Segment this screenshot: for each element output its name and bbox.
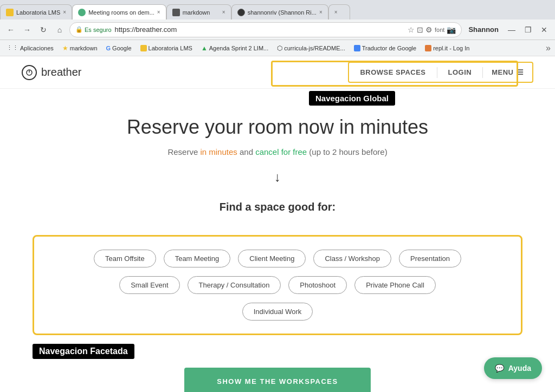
- bookmark-curricula[interactable]: ⬡ curricula-js/README...: [275, 43, 347, 53]
- bookmark-traductor[interactable]: Traductor de Google: [352, 44, 418, 53]
- browser-tab-2[interactable]: Meeting rooms on dem... ×: [72, 4, 166, 19]
- tag-photoshoot[interactable]: Photoshoot: [288, 276, 347, 294]
- login-button[interactable]: LOGIN: [437, 65, 483, 80]
- browse-spaces-button[interactable]: BROWSE SPACES: [349, 65, 436, 80]
- tag-private-phone-call[interactable]: Private Phone Call: [354, 276, 436, 294]
- extensions-icon[interactable]: ⚙: [425, 25, 433, 34]
- address-icons: ☆ ⊡ ⚙ font 📷: [408, 25, 456, 34]
- tab-close-2[interactable]: ×: [157, 9, 160, 15]
- tab-label-1: Laboratoria LMS: [16, 9, 60, 16]
- hamburger-icon: ☰: [517, 68, 524, 76]
- browser-window: Laboratoria LMS × Meeting rooms on dem..…: [0, 0, 555, 392]
- nav-right-group: BROWSE SPACES LOGIN MENU ☰: [348, 62, 533, 83]
- browser-tab-5[interactable]: ×: [328, 4, 350, 19]
- menu-button[interactable]: MENU ☰: [483, 65, 532, 80]
- bookmark-google[interactable]: G Google: [104, 44, 134, 53]
- tab-favicon-1: [6, 9, 14, 16]
- apps-grid-icon: ⋮⋮: [7, 44, 18, 51]
- tag-row-3: Individual Work: [242, 303, 313, 321]
- logo-text: breather: [41, 66, 82, 79]
- tag-presentation[interactable]: Presentation: [399, 250, 461, 267]
- down-arrow-icon: ↓: [22, 169, 533, 185]
- address-bar[interactable]: 🔒 Es seguro https://breather.com ☆ ⊡ ⚙ f…: [69, 22, 462, 37]
- github-icon: ⬡: [277, 44, 282, 52]
- faceted-nav-box: Team Offsite Team Meeting Client Meeting…: [33, 235, 522, 335]
- section-title: Find a space good for:: [22, 201, 533, 213]
- browser-tab-3[interactable]: markdown ×: [166, 4, 231, 19]
- annotation-faceted-label: Navegacion Facetada: [33, 344, 134, 359]
- url-display: https://breather.com: [115, 25, 405, 34]
- bookmark-agenda[interactable]: ▲ Agenda Sprint 2 LIM...: [199, 43, 270, 53]
- tab-close-4[interactable]: ×: [319, 9, 322, 15]
- tab-close-3[interactable]: ×: [222, 9, 225, 15]
- show-workspaces-button[interactable]: SHOW ME THE WORKSPACES: [184, 368, 370, 392]
- site-navigation: breather BROWSE SPACES LOGIN MENU ☰: [0, 56, 555, 89]
- bookmarks-bar: ⋮⋮ Aplicaciones ★ markdown G Google Labo…: [0, 40, 555, 56]
- tag-client-meeting[interactable]: Client Meeting: [238, 250, 306, 267]
- bookmark-apps[interactable]: ⋮⋮ Aplicaciones: [4, 43, 56, 53]
- bookmark-laboratoria[interactable]: Laboratoria LMS: [138, 44, 195, 53]
- browser-toolbar: ← → ↻ ⌂ 🔒 Es seguro https://breather.com…: [0, 19, 555, 40]
- tag-team-meeting[interactable]: Team Meeting: [164, 250, 231, 267]
- website-content: breather BROWSE SPACES LOGIN MENU ☰ Nave…: [0, 56, 555, 392]
- cast-icon[interactable]: ⊡: [417, 25, 423, 34]
- tab-close-5[interactable]: ×: [334, 9, 338, 15]
- tab-close-1[interactable]: ×: [63, 9, 66, 15]
- tab-label-4: shannonriv (Shannon Ri...: [248, 9, 317, 16]
- profile-button[interactable]: Shannon: [465, 25, 502, 34]
- tag-individual-work[interactable]: Individual Work: [242, 303, 313, 321]
- tab-favicon-4: [237, 9, 245, 16]
- bookmark-icon[interactable]: ☆: [408, 25, 415, 34]
- back-button[interactable]: ←: [4, 23, 17, 36]
- close-browser-button[interactable]: ✕: [538, 23, 551, 36]
- hero-title: Reserve your room now in minutes: [22, 116, 533, 139]
- refresh-button[interactable]: ↻: [37, 23, 50, 36]
- tag-row-2: Small Event Therapy / Consultation Photo…: [119, 276, 436, 294]
- maximize-button[interactable]: ❐: [521, 23, 534, 36]
- tag-therapy-consultation[interactable]: Therapy / Consultation: [188, 276, 281, 294]
- browser-tabs-bar: Laboratoria LMS × Meeting rooms on dem..…: [0, 0, 555, 19]
- hero-section: Reserve your room now in minutes Reserve…: [0, 89, 555, 235]
- tag-row-1: Team Offsite Team Meeting Client Meeting…: [94, 250, 461, 267]
- tab-favicon-2: [78, 9, 86, 16]
- ayuda-button[interactable]: 💬 Ayuda: [484, 357, 542, 379]
- bookmarks-more-icon[interactable]: »: [546, 43, 551, 53]
- forward-button[interactable]: →: [21, 23, 34, 36]
- browser-tab-4[interactable]: shannonriv (Shannon Ri... ×: [231, 4, 328, 19]
- site-logo[interactable]: breather: [22, 65, 82, 80]
- secure-indicator: 🔒 Es seguro: [75, 26, 112, 33]
- drive-icon: ▲: [201, 44, 208, 52]
- browser-tab-1[interactable]: Laboratoria LMS ×: [0, 4, 72, 19]
- page-wrapper: Laboratoria LMS × Meeting rooms on dem..…: [0, 0, 555, 392]
- logo-icon: [22, 65, 37, 80]
- faceted-nav-section: Team Offsite Team Meeting Client Meeting…: [33, 235, 522, 335]
- replit-icon: [425, 45, 431, 51]
- tab-favicon-3: [172, 9, 180, 16]
- minimize-button[interactable]: —: [505, 23, 518, 36]
- font-icon[interactable]: font: [435, 27, 444, 33]
- tag-team-offsite[interactable]: Team Offsite: [94, 250, 156, 267]
- translate-icon: [354, 45, 360, 51]
- tag-class-workshop[interactable]: Class / Workshop: [313, 250, 391, 267]
- google-icon: G: [106, 45, 111, 51]
- bookmark-star-icon: ★: [62, 44, 68, 52]
- bookmark-replit[interactable]: repl.it - Log In: [423, 44, 472, 53]
- tag-small-event[interactable]: Small Event: [119, 276, 179, 294]
- tab-label-2: Meeting rooms on dem...: [88, 9, 154, 16]
- camera-icon[interactable]: 📷: [447, 25, 456, 34]
- tab-label-3: markdown: [183, 9, 220, 16]
- laboratoria-icon: [140, 45, 147, 51]
- cta-section: SHOW ME THE WORKSPACES: [0, 368, 555, 392]
- bookmark-markdown[interactable]: ★ markdown: [60, 43, 100, 53]
- chat-icon: 💬: [495, 364, 504, 373]
- hero-subtitle: Reserve in minutes and cancel for free (…: [22, 147, 533, 156]
- home-button[interactable]: ⌂: [53, 23, 66, 36]
